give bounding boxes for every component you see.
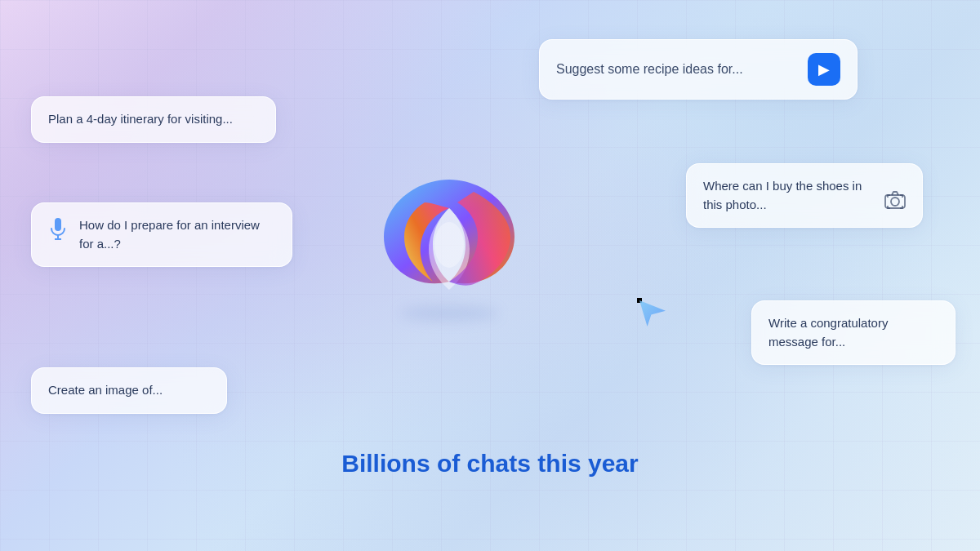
- card-shoes: Where can I buy the shoes in this photo.…: [686, 163, 923, 228]
- card-recipe: Suggest some recipe ideas for... ▶: [539, 39, 858, 100]
- card-create-image: Create an image of...: [31, 367, 227, 414]
- send-icon: ▶: [818, 59, 830, 81]
- mic-icon: [48, 218, 68, 248]
- copilot-logo-container: [351, 139, 547, 335]
- svg-rect-0: [55, 218, 61, 231]
- send-button[interactable]: ▶: [808, 53, 840, 86]
- svg-point-4: [891, 198, 899, 206]
- svg-point-5: [434, 222, 464, 268]
- itinerary-text: Plan a 4-day itinerary for visiting...: [48, 112, 233, 126]
- card-itinerary: Plan a 4-day itinerary for visiting...: [31, 96, 276, 143]
- recipe-text: Suggest some recipe ideas for...: [556, 60, 798, 79]
- tagline: Billions of chats this year: [341, 450, 638, 478]
- congrats-text: Write a congratulatory message for...: [768, 316, 888, 349]
- camera-icon: [884, 191, 906, 215]
- create-image-text: Create an image of...: [48, 383, 163, 397]
- shoes-text: Where can I buy the shoes in this photo.…: [703, 177, 878, 214]
- logo-shadow: [400, 306, 498, 321]
- card-interview: How do I prepare for an interview for a.…: [31, 202, 292, 267]
- interview-text: How do I prepare for an interview for a.…: [79, 216, 275, 253]
- card-congratulatory: Write a congratulatory message for...: [751, 300, 956, 365]
- copilot-logo: [368, 155, 531, 318]
- cursor: [637, 298, 642, 303]
